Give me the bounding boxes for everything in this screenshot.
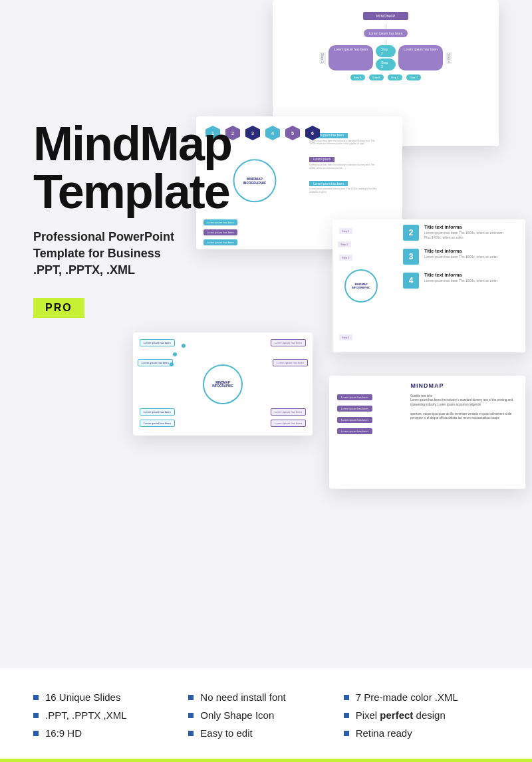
radial-n7: Lorem ipsum has been [140, 420, 175, 427]
feature-item-2: .PPT, .PPTX ,XML [33, 709, 175, 721]
features-grid: 16 Unique Slides .PPT, .PPTX ,XML 16:9 H… [33, 692, 499, 745]
bullet-7 [344, 695, 349, 700]
body-item-4: Lorem ipsum has been The 1500s, when an … [424, 279, 497, 283]
numbered-list-content: 2 Title text informa Lorem ipsum has bee… [403, 225, 520, 347]
feature-item-6: Easy to edit [188, 727, 330, 739]
mini-mindmap: MINDMAPINFOGRAPHIC Step 1 Step 2 Step 3 … [338, 225, 398, 347]
tl-label-3: Lorem ipsum has been [337, 417, 372, 423]
dot3 [170, 362, 174, 366]
feature-text-1: 16 Unique Slides [45, 692, 120, 703]
feature-item-1: 16 Unique Slides [33, 692, 175, 703]
fc-node-l: Lorem ipsum has been [329, 45, 373, 70]
title-item-4: Title text informa [424, 273, 497, 277]
feature-item-9: Retina ready [344, 727, 485, 739]
num-4: 4 [403, 273, 419, 289]
feature-text-9: Retina ready [356, 727, 412, 739]
fc-sub-node: Step A [350, 74, 365, 80]
fc-step-mid: Step 3 [376, 59, 396, 70]
tl-label-1: Lorem ipsum has been [337, 394, 372, 400]
step-4: Step 4 [339, 334, 352, 340]
tl-label-4: Lorem ipsum has been [337, 428, 372, 434]
feature-text-8: Pixel perfect design [356, 709, 446, 721]
feature-text-4: No need install font [200, 692, 285, 703]
feature-text-5: Only Shape Icon [200, 709, 274, 721]
feature-item-4: No need install font [188, 692, 330, 703]
radial-n1: Lorem ipsum has been [140, 339, 175, 346]
mr-title-3: Lorem ipsum has been [309, 181, 348, 186]
body-item-2: Lorem ipsum has been The 1500s, when an … [424, 231, 520, 240]
mr-title-2: Lorem ipsum [309, 157, 334, 162]
bullet-4 [188, 695, 194, 700]
fc-node-r: Lorem ipsum has been [398, 45, 443, 70]
fc-line [386, 24, 386, 29]
slide-preview-3: MINDMAPINFOGRAPHIC Step 1 Step 2 Step 3 … [332, 219, 525, 352]
bullet-2 [33, 713, 39, 718]
dot2 [173, 352, 177, 356]
radial-mindmap: MINDMAPINFOGRAPHIC Lorem ipsum has been … [136, 336, 309, 432]
title-item-2: Title text informa [424, 225, 520, 229]
left-content: MindMap Template Professional PowerPoint… [33, 120, 286, 318]
title-item-3: Title text informa [424, 249, 497, 253]
tl-content: Lorem ipsum has been Lorem ipsum has bee… [337, 394, 517, 438]
main-container: MindMap Template Professional PowerPoint… [0, 0, 532, 762]
step-2: Step 2 [338, 241, 351, 247]
slide-preview-5: MINDMAP Lorem ipsum has been Lorem ipsum… [329, 376, 525, 489]
feature-item-3: 16:9 HD [33, 727, 175, 739]
tl-labels: Lorem ipsum has been Lorem ipsum has bee… [337, 394, 404, 438]
fc-top-label: MINDMAP [363, 12, 408, 20]
main-title: MindMap Template [33, 120, 286, 215]
num-2: 2 [403, 225, 419, 241]
fc-sub-node3: Step C [388, 74, 402, 80]
step-3: Step 3 [339, 255, 352, 261]
feature-item-8: Pixel perfect design [344, 709, 485, 721]
step-1: Step 1 [339, 228, 352, 234]
feature-text-3: 16:9 HD [45, 727, 82, 739]
radial-n6: Lorem ipsum has been [271, 408, 306, 416]
mr-body-2: Lorem ipsum has been the industry's stan… [309, 164, 382, 170]
tl-title: MINDMAP [337, 382, 517, 389]
pro-badge: PRO [33, 298, 84, 318]
text-list-slide: MINDMAP Lorem ipsum has been Lorem ipsum… [329, 376, 525, 445]
tl-body-1: Subtitle text inforLorem ipsum has been … [410, 394, 517, 407]
features-col-3: 7 Pre-made color .XML Pixel perfect desi… [344, 692, 499, 745]
feature-item-5: Only Shape Icon [188, 709, 330, 721]
features-col-1: 16 Unique Slides .PPT, .PPTX ,XML 16:9 H… [33, 692, 188, 745]
subtitle: Professional PowerPoint Template for Bus… [33, 229, 286, 279]
body-item-3: Lorem ipsum has been The 1500s, when an … [424, 255, 497, 259]
feature-text-2: .PPT, .PPTX ,XML [45, 709, 127, 721]
radial-n8: Lorem ipsum has been [271, 420, 306, 427]
feature-text-6: Easy to edit [200, 727, 252, 739]
bullet-5 [188, 713, 194, 718]
radial-n2: Lorem ipsum has been [271, 339, 306, 346]
bullet-8 [344, 713, 349, 718]
bullet-9 [344, 731, 349, 736]
mr-body-1: Lorem ipsum has been the industry's stan… [309, 140, 382, 146]
tl-texts: Subtitle text inforLorem ipsum has been … [410, 394, 517, 438]
tl-body-2: aperture, eaque ipsa quae ab illo invent… [410, 412, 517, 421]
hex-5: 5 [285, 126, 300, 140]
bottom-bar [0, 759, 532, 762]
radial-n5: Lorem ipsum has been [140, 408, 175, 416]
radial-n4: Lorem ipsum has been [273, 359, 308, 366]
radial-n3: Lorem ipsum has been [138, 359, 173, 366]
fc-line2 [386, 40, 386, 45]
mini-circle: MINDMAPINFOGRAPHIC [344, 269, 378, 303]
fc-step2: Step 4 [446, 52, 452, 64]
fc-sub-node4: Step D [406, 74, 421, 80]
fc-sub-node2: Step B [369, 74, 384, 80]
mr-body-3: Lorem ipsum standard dummy text. The 150… [309, 188, 382, 194]
features-section: 16 Unique Slides .PPT, .PPTX ,XML 16:9 H… [0, 668, 532, 762]
num-3: 3 [403, 249, 419, 265]
feature-item-7: 7 Pre-made color .XML [344, 692, 485, 703]
dot1 [182, 344, 186, 348]
tl-label-2: Lorem ipsum has been [337, 406, 372, 412]
features-col-2: No need install font Only Shape Icon Eas… [188, 692, 343, 745]
feature-text-7: 7 Pre-made color .XML [356, 692, 458, 703]
bullet-6 [188, 731, 194, 736]
bullet-1 [33, 695, 39, 700]
bullet-3 [33, 731, 39, 736]
fc-step1: Step 1 [319, 52, 326, 64]
slide-preview-4: MINDMAPINFOGRAPHIC Lorem ipsum has been … [133, 332, 313, 436]
fc-node-top: Lorem ipsum has been [364, 29, 408, 37]
fc-step-top: Step 2 [376, 45, 396, 57]
